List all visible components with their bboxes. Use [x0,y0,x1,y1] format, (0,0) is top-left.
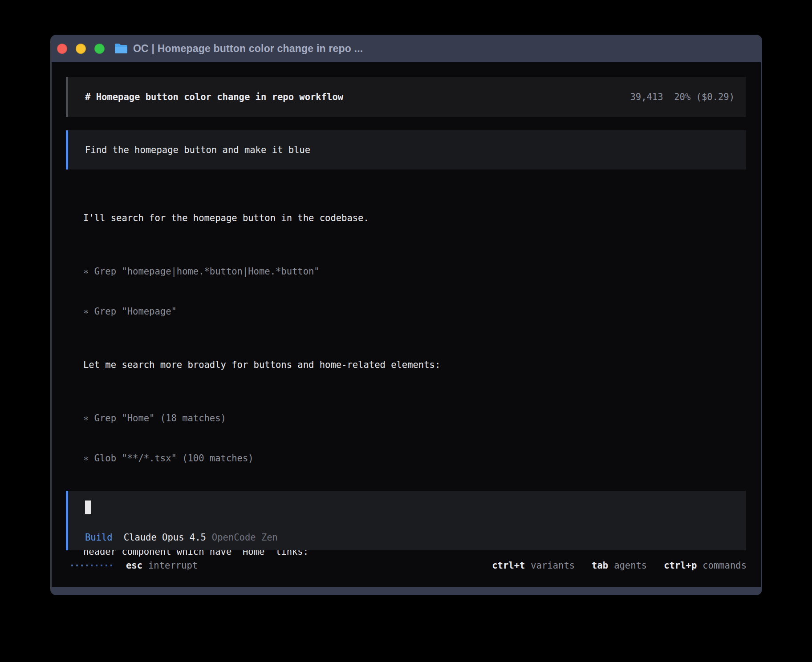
ctrl-t-key-label: ctrl+t [492,560,525,571]
commands-label: commands [702,560,747,571]
token-count: 39,413 [630,92,663,102]
minimize-button-icon[interactable] [76,44,86,54]
traffic-lights [57,44,105,54]
session-header: # Homepage button color change in repo w… [66,77,746,117]
user-message: Find the homepage button and make it blu… [66,130,746,170]
commands-hint: ctrl+pcommands [664,560,747,571]
folder-icon [114,43,128,54]
agents-label: agents [614,560,647,571]
interrupt-hint: escinterrupt [126,560,198,571]
tab-key-label: tab [592,560,608,571]
prompt-input[interactable]: Build Claude Opus 4.5 OpenCode Zen [66,491,746,550]
tool-call-glob: ∗ Glob "**/*.tsx" (100 matches) [83,452,605,465]
zoom-button-icon[interactable] [94,44,105,54]
provider-label: OpenCode Zen [212,532,278,543]
esc-key-label: esc [126,560,142,571]
assistant-text: I'll search for the homepage button in t… [83,211,605,225]
close-button-icon[interactable] [57,44,67,54]
terminal-window: OC | Homepage button color change in rep… [50,35,762,595]
active-model-label[interactable]: Claude Opus 4.5 [124,532,206,543]
tool-call-grep: ∗ Grep "Home" (18 matches) [83,412,605,425]
keyboard-hints: ctrl+tvariants tabagents ctrl+pcommands [475,560,747,571]
input-status-row: Build Claude Opus 4.5 OpenCode Zen [85,532,746,543]
context-cost: 20% ($0.29) [674,92,735,102]
interrupt-label: interrupt [148,560,198,571]
session-title: # Homepage button color change in repo w… [85,92,343,102]
terminal-content: # Homepage button color change in repo w… [50,62,762,587]
window-title: OC | Homepage button color change in rep… [133,43,363,55]
variants-hint: ctrl+tvariants [492,560,575,571]
text-cursor [85,501,91,514]
spinner-dots-icon [71,565,112,566]
tool-call-grep: ∗ Grep "homepage|home.*button|Home.*butt… [83,265,605,278]
titlebar[interactable]: OC | Homepage button color change in rep… [50,35,762,62]
assistant-text: Let me search more broadly for buttons a… [83,358,605,371]
user-message-text: Find the homepage button and make it blu… [85,145,310,155]
variants-label: variants [531,560,575,571]
status-bar: escinterrupt ctrl+tvariants tabagents ct… [52,559,761,572]
agents-hint: tabagents [592,560,647,571]
session-metrics: 39,413 20% ($0.29) [630,92,735,102]
ctrl-p-key-label: ctrl+p [664,560,697,571]
active-agent-label[interactable]: Build [85,532,113,543]
tool-call-grep: ∗ Grep "Homepage" [83,305,605,318]
